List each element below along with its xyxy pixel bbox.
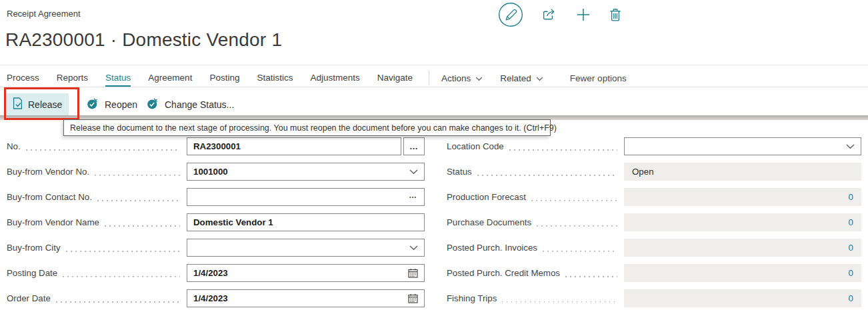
dotted-leader: [531, 200, 617, 201]
tab-process[interactable]: Process: [7, 70, 39, 87]
dotted-leader: [97, 200, 180, 201]
tab-posting[interactable]: Posting: [209, 70, 239, 87]
field-row-order-date: Order Date1/4/2023: [7, 289, 425, 307]
header-divider: [0, 65, 868, 65]
dotted-leader: [63, 276, 180, 277]
posted-purch-credit-memos-label: Posted Purch. Credit Memos: [447, 268, 560, 278]
field-row-status: StatusOpen: [447, 163, 861, 181]
trash-icon: [609, 8, 621, 23]
calendar-icon[interactable]: [404, 293, 418, 303]
purchase-documents-label: Purchase Documents: [447, 217, 531, 227]
dotted-leader: [537, 225, 617, 227]
calendar-icon[interactable]: [404, 268, 418, 278]
dotted-leader: [565, 276, 617, 277]
release-label: Release: [28, 99, 62, 110]
posted-purch-invoices-label: Posted Purch. Invoices: [447, 243, 537, 253]
dotted-leader: [95, 175, 180, 176]
field-row-posted-purch-credit-memos: Posted Purch. Credit Memos0: [447, 264, 861, 282]
posting-date-label: Posting Date: [7, 268, 57, 278]
chevron-down-icon[interactable]: [405, 245, 418, 251]
menu-separator: [429, 71, 429, 85]
related-label: Related: [500, 73, 531, 83]
actions-label: Actions: [441, 73, 471, 83]
header-toolbar: [497, 1, 623, 29]
status-check-icon: [87, 97, 99, 112]
buy-from-contact-no-field[interactable]: …: [187, 188, 425, 206]
status-check-icon: [147, 97, 159, 112]
field-row-posted-purch-invoices: Posted Purch. Invoices0: [447, 239, 861, 257]
buy-from-contact-no-label: Buy-from Contact No.: [7, 192, 92, 202]
production-forecast-drilldown[interactable]: 0: [624, 188, 861, 206]
no-field[interactable]: RA2300001: [187, 137, 401, 155]
field-row-no: No.RA2300001…: [7, 137, 425, 155]
menu-actions[interactable]: Actions: [441, 73, 483, 83]
change-status-button[interactable]: Change Status...: [140, 93, 241, 115]
field-row-purchase-documents: Purchase Documents0: [447, 213, 861, 231]
action-bar: Release Reopen Change Status...: [0, 87, 868, 115]
chevron-down-icon[interactable]: [842, 144, 855, 149]
general-fields-right: Location CodeStatusOpenProduction Foreca…: [447, 137, 861, 310]
share-button[interactable]: [541, 6, 559, 25]
edit-button[interactable]: [497, 1, 525, 31]
menu-bar: ProcessReportsStatusAgreementPostingStat…: [7, 69, 868, 87]
tab-adjustments[interactable]: Adjustments: [310, 70, 359, 87]
dotted-leader: [105, 225, 180, 227]
dotted-leader: [477, 175, 617, 176]
dotted-leader: [26, 149, 180, 151]
field-row-posting-date: Posting Date1/4/2023: [7, 264, 425, 282]
tab-navigate[interactable]: Navigate: [377, 70, 413, 87]
dotted-leader: [543, 251, 617, 252]
field-row-fishing-trips: Fishing Trips0: [447, 289, 861, 307]
fewer-options-button[interactable]: Fewer options: [570, 73, 627, 83]
tab-statistics[interactable]: Statistics: [257, 70, 293, 87]
order-date-field[interactable]: 1/4/2023: [187, 289, 425, 307]
release-button[interactable]: Release: [6, 93, 69, 115]
field-row-buy-from-vendor-no: Buy-from Vendor No.1001000: [7, 163, 425, 181]
buy-from-vendor-no-field[interactable]: 1001000: [187, 163, 425, 181]
plus-icon: [576, 7, 591, 24]
fishing-trips-label: Fishing Trips: [447, 293, 497, 303]
page-caption: Receipt Agreement: [7, 9, 81, 19]
posted-purch-invoices-drilldown[interactable]: 0: [624, 239, 861, 257]
dotted-leader: [502, 301, 617, 303]
chevron-down-icon[interactable]: [405, 169, 418, 175]
field-row-location-code: Location Code: [447, 137, 861, 155]
release-tooltip: Release the document to the next stage o…: [63, 119, 551, 136]
dotted-leader: [509, 149, 617, 151]
menu-items: ProcessReportsStatusAgreementPostingStat…: [7, 70, 413, 87]
release-document-icon: [13, 97, 23, 111]
reopen-label: Reopen: [105, 99, 137, 110]
tab-agreement[interactable]: Agreement: [148, 70, 192, 87]
ellipsis-icon[interactable]: …: [409, 195, 418, 199]
posting-date-field[interactable]: 1/4/2023: [187, 264, 425, 282]
change-status-label: Change Status...: [165, 99, 234, 110]
tab-status[interactable]: Status: [105, 70, 131, 87]
status-label: Status: [447, 167, 472, 177]
reopen-button[interactable]: Reopen: [80, 93, 144, 115]
buy-from-city-field[interactable]: [187, 239, 425, 257]
new-button[interactable]: [575, 6, 592, 25]
field-row-production-forecast: Production Forecast0: [447, 188, 861, 206]
no-assist-button[interactable]: …: [403, 137, 425, 155]
buy-from-vendor-no-label: Buy-from Vendor No.: [7, 167, 89, 177]
location-code-field[interactable]: [624, 137, 861, 155]
purchase-documents-drilldown[interactable]: 0: [624, 213, 861, 231]
dotted-leader: [56, 301, 180, 303]
page-title: RA2300001 · Domestic Vendor 1: [5, 29, 282, 51]
status-value: Open: [624, 163, 861, 181]
menu-related[interactable]: Related: [500, 73, 543, 83]
no-label: No.: [7, 141, 21, 151]
field-row-buy-from-vendor-name: Buy-from Vendor NameDomestic Vendor 1: [7, 213, 425, 231]
delete-button[interactable]: [608, 7, 623, 25]
order-date-label: Order Date: [7, 293, 51, 303]
dotted-leader: [66, 251, 180, 252]
location-code-label: Location Code: [447, 141, 504, 151]
pencil-circle-icon: [498, 2, 523, 29]
fishing-trips-drilldown[interactable]: 0: [624, 289, 861, 307]
production-forecast-label: Production Forecast: [447, 192, 526, 202]
tab-reports[interactable]: Reports: [57, 70, 88, 87]
buy-from-vendor-name-field[interactable]: Domestic Vendor 1: [187, 213, 425, 231]
posted-purch-credit-memos-drilldown[interactable]: 0: [624, 264, 861, 282]
share-icon: [542, 7, 557, 23]
chevron-down-icon: [536, 73, 543, 83]
